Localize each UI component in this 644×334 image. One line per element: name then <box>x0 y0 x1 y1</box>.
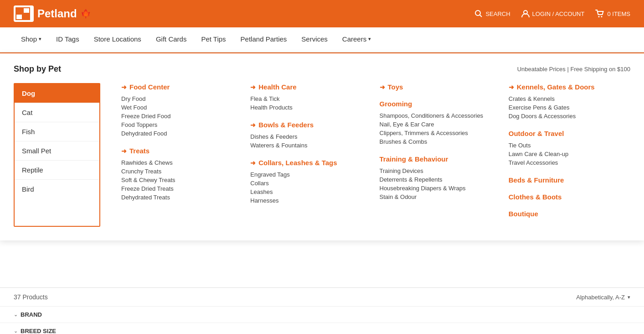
rawhides[interactable]: Rawhides & Chews <box>121 158 236 167</box>
training-devices[interactable]: Training Devices <box>380 167 494 175</box>
dehydrated-treats[interactable]: Dehydrated Treats <box>121 193 236 202</box>
health-care-title[interactable]: ➜ Health Care <box>250 83 365 91</box>
nav-pet-tips[interactable]: Pet Tips <box>194 27 233 52</box>
dog-doors[interactable]: Dog Doors & Accessories <box>509 112 623 120</box>
deterrents[interactable]: Deterrents & Repellents <box>380 175 494 184</box>
logo[interactable]: Petland 🍁 <box>14 5 91 22</box>
svg-rect-4 <box>16 8 22 13</box>
pet-item-bird[interactable]: Bird <box>15 180 99 198</box>
pet-item-cat[interactable]: Cat <box>15 103 99 122</box>
pet-item-dog[interactable]: Dog <box>15 84 99 103</box>
dishes-feeders[interactable]: Dishes & Feeders <box>250 132 365 141</box>
crates-kennels[interactable]: Crates & Kennels <box>509 94 623 103</box>
brand-filter[interactable]: ⌄ BRAND <box>0 307 644 323</box>
nav-store-locations[interactable]: Store Locations <box>87 27 149 52</box>
nav-shop[interactable]: Shop ▾ <box>14 27 49 52</box>
flea-tick[interactable]: Flea & Tick <box>250 94 365 103</box>
brand-chevron: ⌄ <box>14 312 18 318</box>
tie-outs[interactable]: Tie Outs <box>509 141 623 150</box>
clippers[interactable]: Clippers, Trimmers & Accessories <box>380 129 494 137</box>
health-care-section: ➜ Health Care Flea & Tick Health Product… <box>250 83 365 112</box>
breed-size-filter[interactable]: ⌄ BREED SIZE <box>0 323 644 334</box>
pet-list: Dog Cat Fish Small Pet Reptile Bird <box>14 83 100 227</box>
wet-food[interactable]: Wet Food <box>121 103 236 112</box>
lawn-care[interactable]: Lawn Care & Clean-up <box>509 150 623 158</box>
toys-title[interactable]: ➜ Toys <box>380 83 494 91</box>
exercise-pens[interactable]: Exercise Pens & Gates <box>509 103 623 112</box>
cart-label: 0 ITEMS <box>607 10 630 17</box>
search-action[interactable]: SEARCH <box>474 10 510 18</box>
food-toppers[interactable]: Food Toppers <box>121 120 236 129</box>
travel-accessories[interactable]: Travel Accessories <box>509 158 623 167</box>
collars[interactable]: Collars <box>250 179 365 188</box>
pet-item-reptile[interactable]: Reptile <box>15 161 99 180</box>
freeze-dried-treats[interactable]: Freeze Dried Treats <box>121 184 236 193</box>
category-col-3: ➜ Toys Grooming Shampoos, Conditioners &… <box>372 83 501 227</box>
svg-rect-2 <box>23 8 30 13</box>
clothes-boots-title[interactable]: Clothes & Boots <box>509 193 623 201</box>
breed-label: BREED SIZE <box>21 328 56 334</box>
dry-food[interactable]: Dry Food <box>121 94 236 103</box>
svg-line-7 <box>480 15 482 17</box>
collars-title[interactable]: ➜ Collars, Leashes & Tags <box>250 159 365 167</box>
header-actions: SEARCH LOGIN / ACCOUNT 0 ITEMS <box>474 10 630 18</box>
soft-chewy[interactable]: Soft & Chewy Treats <box>121 176 236 184</box>
login-action[interactable]: LOGIN / ACCOUNT <box>521 10 585 18</box>
nav-id-tags[interactable]: ID Tags <box>49 27 87 52</box>
cart-action[interactable]: 0 ITEMS <box>595 10 630 18</box>
pet-item-small-pet[interactable]: Small Pet <box>15 141 99 161</box>
pet-item-fish[interactable]: Fish <box>15 122 99 141</box>
bowls-feeders-title[interactable]: ➜ Bowls & Feeders <box>250 121 365 129</box>
food-center-section: ➜ Food Center Dry Food Wet Food Freeze D… <box>121 83 236 138</box>
svg-rect-5 <box>23 14 30 20</box>
clothes-boots-section: Clothes & Boots <box>509 193 623 201</box>
harnesses[interactable]: Harnesses <box>250 196 365 205</box>
nav-services[interactable]: Services <box>294 27 335 52</box>
careers-arrow: ▾ <box>368 36 371 42</box>
top-header: Petland 🍁 SEARCH LOGIN / ACCOUNT <box>0 0 644 27</box>
products-count: 37 Products <box>14 293 48 301</box>
engraved-tags[interactable]: Engraved Tags <box>250 170 365 179</box>
freeze-dried-food[interactable]: Freeze Dried Food <box>121 112 236 120</box>
dehydrated-food[interactable]: Dehydrated Food <box>121 129 236 138</box>
training-title[interactable]: Training & Behaviour <box>380 155 494 163</box>
stain-odour[interactable]: Stain & Odour <box>380 193 494 201</box>
collars-section: ➜ Collars, Leashes & Tags Engraved Tags … <box>250 159 365 205</box>
svg-point-6 <box>475 10 480 16</box>
nav-careers[interactable]: Careers ▾ <box>335 27 378 52</box>
outdoor-travel-title[interactable]: Outdoor & Travel <box>509 130 623 137</box>
beds-furniture-title[interactable]: Beds & Furniture <box>509 176 623 184</box>
nav-gift-cards[interactable]: Gift Cards <box>149 27 194 52</box>
arrow-icon-health: ➜ <box>250 84 256 91</box>
grooming-title[interactable]: Grooming <box>380 100 494 108</box>
user-icon <box>521 10 530 18</box>
sort-label: Alphabetically, A-Z <box>576 294 625 301</box>
leashes[interactable]: Leashes <box>250 188 365 196</box>
food-center-title[interactable]: ➜ Food Center <box>121 83 236 91</box>
crunchy-treats[interactable]: Crunchy Treats <box>121 167 236 176</box>
kennels-title[interactable]: ➜ Kennels, Gates & Doors <box>509 83 623 91</box>
bottom-content: 37 Products Alphabetically, A-Z ▾ ⌄ BRAN… <box>0 287 644 334</box>
nail-ear-care[interactable]: Nail, Eye & Ear Care <box>380 120 494 129</box>
housebreaking[interactable]: Housebreaking Diapers & Wraps <box>380 184 494 193</box>
logo-text: Petland <box>37 7 77 20</box>
bowls-feeders-section: ➜ Bowls & Feeders Dishes & Feeders Water… <box>250 121 365 150</box>
nav-petland-parties[interactable]: Petland Parties <box>233 27 294 52</box>
kennels-section: ➜ Kennels, Gates & Doors Crates & Kennel… <box>509 83 623 120</box>
health-products[interactable]: Health Products <box>250 103 365 112</box>
training-section: Training & Behaviour Training Devices De… <box>380 155 494 201</box>
sort-container[interactable]: Alphabetically, A-Z ▾ <box>576 294 630 301</box>
arrow-icon-treats: ➜ <box>121 147 127 155</box>
categories-grid: ➜ Food Center Dry Food Wet Food Freeze D… <box>114 83 630 227</box>
boutique-title[interactable]: Boutique <box>509 210 623 218</box>
mega-dropdown: Shop by Pet Unbeatable Prices | Free Shi… <box>0 52 644 240</box>
shop-arrow: ▾ <box>39 36 41 42</box>
arrow-icon-collars: ➜ <box>250 159 256 167</box>
products-row: 37 Products Alphabetically, A-Z ▾ <box>0 288 644 307</box>
arrow-icon-bowls: ➜ <box>250 121 256 129</box>
waterers-fountains[interactable]: Waterers & Fountains <box>250 141 365 150</box>
shampoos[interactable]: Shampoos, Conditioners & Accessories <box>380 111 494 120</box>
search-label: SEARCH <box>485 10 510 17</box>
treats-title[interactable]: ➜ Treats <box>121 147 236 155</box>
brushes-combs[interactable]: Brushes & Combs <box>380 137 494 146</box>
